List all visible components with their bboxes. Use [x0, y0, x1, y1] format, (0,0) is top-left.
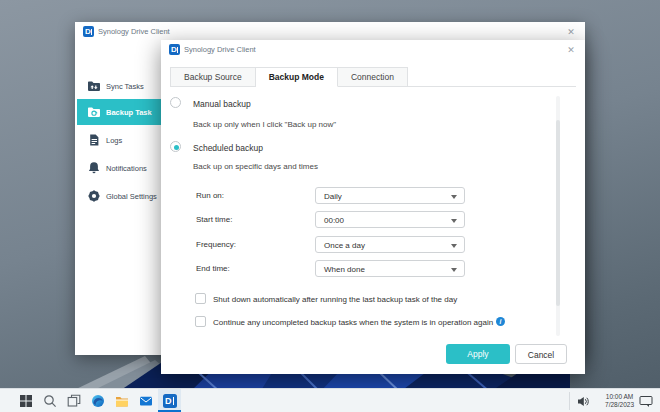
sidebar-item-backup-task[interactable]: Backup Task	[77, 99, 161, 125]
continue-tasks-checkbox-label: Continue any uncompleted backup tasks wh…	[213, 318, 493, 327]
volume-icon[interactable]	[577, 394, 590, 407]
task-view-icon	[67, 394, 81, 408]
run-on-label: Run on:	[196, 191, 224, 200]
mail-icon	[139, 394, 153, 408]
start-time-select[interactable]: 00:00	[315, 211, 465, 228]
main-window-title: Synology Drive Client	[98, 27, 170, 36]
start-time-value: 00:00	[324, 216, 344, 225]
dialog-close-icon[interactable]: ✕	[565, 44, 577, 56]
sidebar-item-sync-tasks[interactable]: Sync Tasks	[77, 73, 161, 99]
sidebar-item-label: Sync Tasks	[106, 82, 144, 91]
synology-drive-logo-icon: D	[163, 394, 177, 408]
sidebar-item-notifications[interactable]: Notifications	[77, 155, 161, 181]
run-on-value: Daily	[324, 192, 342, 201]
sidebar-item-label: Logs	[106, 136, 122, 145]
desktop: D Synology Drive Client ✕ Sync Tasks	[0, 0, 660, 412]
scrollbar-thumb[interactable]	[556, 120, 560, 306]
sidebar-item-label: Notifications	[106, 164, 147, 173]
main-window-titlebar: D Synology Drive Client ✕	[75, 22, 585, 42]
edge-icon	[91, 394, 105, 408]
backup-folder-icon	[87, 105, 101, 119]
clock[interactable]: 10:00 AM 7/28/2023	[605, 393, 634, 409]
tab-backup-mode[interactable]: Backup Mode	[256, 67, 338, 87]
manual-backup-label: Manual backup	[193, 99, 251, 109]
sidebar-item-label: Global Settings	[106, 192, 157, 201]
file-explorer-app-button[interactable]	[110, 389, 133, 412]
tray-time: 10:00 AM	[605, 393, 634, 401]
document-icon	[87, 133, 101, 147]
sidebar-item-label: Backup Task	[106, 108, 152, 117]
synology-drive-app-button[interactable]: D	[158, 389, 181, 412]
shutdown-checkbox-label: Shut down automatically after running th…	[213, 295, 457, 304]
chevron-down-icon	[451, 268, 457, 272]
synology-drive-logo-icon: D	[83, 26, 94, 37]
tab-connection[interactable]: Connection	[338, 67, 408, 87]
bell-icon	[87, 161, 101, 175]
task-view-button[interactable]	[62, 389, 85, 412]
tab-backup-source[interactable]: Backup Source	[170, 67, 256, 87]
chevron-down-icon	[451, 244, 457, 248]
manual-backup-description: Back up only when I click "Back up now"	[193, 120, 336, 129]
end-time-select[interactable]: When done	[315, 260, 465, 277]
end-time-label: End time:	[196, 264, 230, 273]
action-center-icon[interactable]	[639, 394, 653, 407]
backup-settings-dialog: D Synology Drive Client ✕ Backup Source …	[161, 40, 585, 374]
chevron-down-icon	[451, 195, 457, 199]
sidebar: Sync Tasks Backup Task	[75, 44, 161, 355]
continue-tasks-checkbox[interactable]	[195, 316, 206, 327]
mail-app-button[interactable]	[134, 389, 157, 412]
info-icon[interactable]: i	[496, 317, 505, 326]
dialog-titlebar: D Synology Drive Client ✕	[161, 40, 585, 60]
manual-backup-radio[interactable]	[170, 97, 181, 108]
apply-button[interactable]: Apply	[446, 344, 510, 364]
cancel-button[interactable]: Cancel	[515, 344, 567, 364]
sync-folder-icon	[87, 79, 101, 93]
scheduled-backup-radio[interactable]	[170, 141, 181, 152]
main-window-close-icon[interactable]: ✕	[565, 26, 577, 38]
frequency-label: Frequency:	[196, 240, 236, 249]
start-button[interactable]	[14, 389, 37, 412]
scheduled-backup-description: Back up on specific days and times	[193, 162, 318, 171]
gear-icon	[87, 189, 101, 203]
dialog-tab-bar: Backup Source Backup Mode Connection	[170, 67, 576, 87]
end-time-value: When done	[324, 265, 365, 274]
start-time-label: Start time:	[196, 215, 232, 224]
frequency-value: Once a day	[324, 241, 365, 250]
tray-separator	[569, 392, 570, 410]
shutdown-checkbox[interactable]	[195, 293, 206, 304]
dialog-title: Synology Drive Client	[184, 45, 256, 54]
run-on-select[interactable]: Daily	[315, 187, 465, 204]
tray-date: 7/28/2023	[605, 401, 634, 409]
dialog-scrollbar[interactable]	[556, 96, 560, 336]
windows-logo-icon	[19, 394, 33, 408]
chevron-down-icon	[451, 219, 457, 223]
synology-drive-logo-icon: D	[169, 44, 180, 55]
frequency-select[interactable]: Once a day	[315, 236, 465, 253]
scheduled-backup-label: Scheduled backup	[193, 143, 263, 153]
sidebar-item-logs[interactable]: Logs	[77, 127, 161, 153]
sidebar-item-global-settings[interactable]: Global Settings	[77, 183, 161, 209]
search-icon	[43, 394, 57, 408]
file-explorer-icon	[115, 394, 129, 408]
taskbar: D 10:00 AM 7/28/2023	[0, 388, 660, 412]
search-button[interactable]	[38, 389, 61, 412]
edge-app-button[interactable]	[86, 389, 109, 412]
